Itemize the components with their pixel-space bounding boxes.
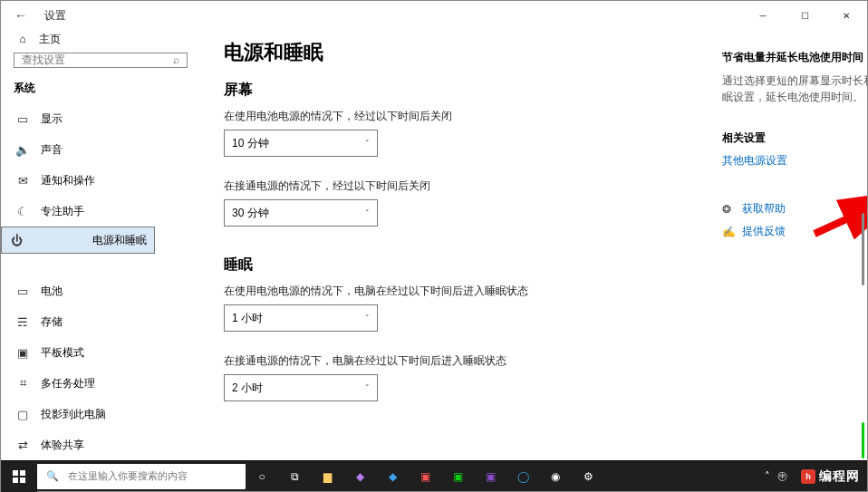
- main-content: 电源和睡眠 屏幕 在使用电池电源的情况下，经过以下时间后关闭 10 分钟 ˅ 在…: [224, 39, 613, 460]
- section-heading-screen: 屏幕: [224, 81, 613, 100]
- minimize-button[interactable]: ─: [742, 1, 784, 30]
- close-button[interactable]: ✕: [825, 1, 867, 30]
- sidebar-item-9[interactable]: ▢投影到此电脑: [1, 399, 200, 429]
- chevron-down-icon: ˅: [365, 208, 370, 217]
- tablet-icon: ▣: [15, 346, 30, 360]
- svg-rect-3: [13, 478, 18, 483]
- sleep-battery-select[interactable]: 1 小时 ˅: [224, 304, 378, 332]
- sidebar-item-label: 平板模式: [41, 345, 84, 361]
- sidebar-item-5[interactable]: ▭电池: [1, 275, 200, 306]
- screen-battery-label: 在使用电池电源的情况下，经过以下时间后关闭: [224, 109, 613, 124]
- explorer-icon[interactable]: ▆: [311, 461, 343, 492]
- chrome-icon[interactable]: ◉: [539, 461, 572, 492]
- back-button[interactable]: ←: [1, 8, 41, 23]
- sidebar-item-label: 电源和睡眠: [92, 233, 147, 248]
- help-link[interactable]: ❂ 获取帮助: [722, 201, 867, 217]
- help-icon: ❂: [722, 203, 735, 216]
- sidebar-item-3[interactable]: ☾专注助手: [1, 196, 200, 227]
- search-input[interactable]: [14, 53, 165, 66]
- sidebar-item-label: 存储: [41, 314, 63, 330]
- tip-body: 通过选择更短的屏幕显示时长和睡眠设置，延长电池使用时间。: [722, 72, 867, 105]
- taskbar-search[interactable]: 🔍 在这里输入你要搜索的内容: [37, 464, 246, 489]
- tip-heading: 节省电量并延长电池使用时间: [722, 50, 867, 65]
- svg-rect-1: [13, 470, 18, 476]
- sidebar-item-label: 显示: [41, 111, 63, 127]
- settings-icon[interactable]: ⚙: [572, 461, 604, 492]
- start-button[interactable]: [1, 461, 37, 492]
- tray-ime-icon[interactable]: ㊥: [775, 469, 790, 483]
- related-link-other-power[interactable]: 其他电源设置: [722, 153, 867, 169]
- system-tray[interactable]: ˄ ㊥: [762, 469, 794, 483]
- sound-icon: 🔈: [15, 143, 30, 157]
- side-panel: 节省电量并延长电池使用时间 通过选择更短的屏幕显示时长和睡眠设置，延长电池使用时…: [722, 39, 867, 460]
- maximize-button[interactable]: ☐: [784, 1, 825, 30]
- scrollbar[interactable]: [854, 32, 866, 460]
- sidebar-item-7[interactable]: ▣平板模式: [1, 337, 200, 368]
- battery-icon: ▭: [15, 285, 30, 298]
- chevron-down-icon: ˅: [365, 314, 370, 323]
- sidebar-item-6[interactable]: ☴存储: [1, 306, 200, 337]
- sidebar-item-8[interactable]: ⌗多任务处理: [1, 368, 200, 399]
- taskbar-search-placeholder: 在这里输入你要搜索的内容: [68, 469, 188, 483]
- svg-rect-4: [20, 478, 25, 483]
- scroll-indicator: [862, 422, 864, 458]
- sidebar-home[interactable]: ⌂ 主页: [1, 30, 200, 49]
- sidebar-item-label: 电池: [41, 284, 63, 299]
- chevron-down-icon: ˅: [365, 139, 370, 148]
- screen-battery-select[interactable]: 10 分钟 ˅: [224, 130, 378, 157]
- notify-icon: ✉: [15, 174, 30, 188]
- sidebar-item-10[interactable]: ⇄体验共享: [1, 429, 200, 460]
- search-icon: ⌕: [165, 53, 187, 66]
- sidebar-item-label: 体验共享: [41, 438, 84, 453]
- storage-icon: ☴: [15, 315, 30, 329]
- vs-icon[interactable]: ◆: [343, 461, 376, 492]
- taskbar: 🔍 在这里输入你要搜索的内容 ○ ⧉ ▆ ◆ ◆ ▣ ▣ ▣ ◯ ◉ ⚙ ˄ ㊥…: [1, 460, 867, 491]
- sidebar-item-4[interactable]: ⏻电源和睡眠: [1, 227, 155, 254]
- onenote-icon[interactable]: ▣: [474, 461, 506, 492]
- select-value: 2 小时: [232, 381, 263, 396]
- sidebar-item-label: 专注助手: [41, 204, 84, 219]
- jetbrains-icon[interactable]: ▣: [409, 461, 441, 492]
- sidebar-group-label: 系统: [1, 77, 200, 103]
- sidebar-item-2[interactable]: ✉通知和操作: [1, 165, 200, 196]
- sidebar-item-1[interactable]: 🔈声音: [1, 134, 200, 165]
- display-icon: ▭: [15, 112, 30, 126]
- search-icon: 🔍: [37, 470, 68, 482]
- feedback-link-label: 提供反馈: [742, 224, 786, 239]
- related-link-label: 其他电源设置: [722, 153, 787, 169]
- help-link-label: 获取帮助: [742, 201, 786, 217]
- brand-text: 编程网: [819, 468, 860, 485]
- sidebar-item-label: 通知和操作: [41, 173, 95, 188]
- chevron-down-icon: ˅: [365, 383, 370, 392]
- brand-logo-icon: h: [801, 469, 815, 484]
- select-value: 30 分钟: [232, 206, 269, 221]
- screen-plugged-label: 在接通电源的情况下，经过以下时间后关闭: [224, 178, 613, 194]
- screen-plugged-select[interactable]: 30 分钟 ˅: [224, 199, 378, 227]
- svg-rect-2: [20, 470, 25, 476]
- page-title: 电源和睡眠: [224, 39, 613, 66]
- feedback-link[interactable]: ✍ 提供反馈: [722, 224, 867, 239]
- brand-watermark: h 编程网: [794, 468, 867, 485]
- related-heading: 相关设置: [722, 130, 867, 146]
- taskview-icon[interactable]: ⧉: [278, 461, 311, 492]
- edge-icon[interactable]: ◯: [506, 461, 539, 492]
- tray-chevron-icon[interactable]: ˄: [762, 470, 773, 482]
- sidebar-search[interactable]: ⌕: [14, 53, 188, 68]
- multi-icon: ⌗: [15, 376, 30, 391]
- home-icon: ⌂: [15, 33, 30, 45]
- sidebar-item-label: 投影到此电脑: [41, 407, 106, 422]
- sidebar: ⌂ 主页 ⌕ 系统 ▭显示🔈声音✉通知和操作☾专注助手⏻电源和睡眠▭电池☴存储▣…: [1, 30, 200, 460]
- scroll-thumb[interactable]: [862, 213, 864, 285]
- sleep-plugged-select[interactable]: 2 小时 ˅: [224, 374, 378, 401]
- vscode-icon[interactable]: ◆: [376, 461, 409, 492]
- pycharm-icon[interactable]: ▣: [441, 461, 474, 492]
- select-value: 1 小时: [232, 311, 263, 326]
- sidebar-item-0[interactable]: ▭显示: [1, 103, 200, 134]
- cortana-icon[interactable]: ○: [246, 461, 278, 492]
- select-value: 10 分钟: [232, 136, 269, 151]
- titlebar: ← 设置 ─ ☐ ✕: [1, 1, 867, 30]
- sleep-battery-label: 在使用电池电源的情况下，电脑在经过以下时间后进入睡眠状态: [224, 284, 613, 299]
- window-title: 设置: [44, 8, 66, 24]
- sidebar-item-label: 多任务处理: [41, 376, 95, 391]
- sidebar-item-label: 声音: [41, 142, 63, 158]
